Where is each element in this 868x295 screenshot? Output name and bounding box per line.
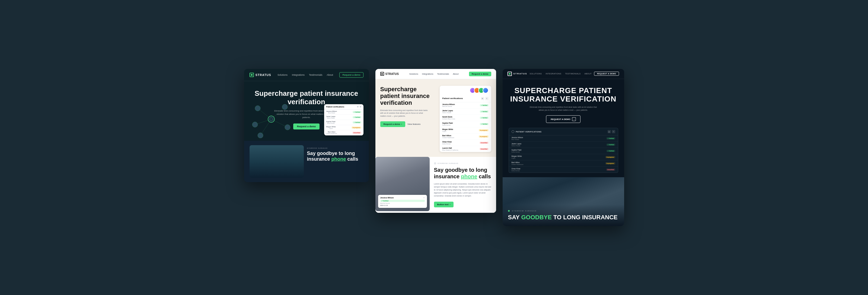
jessica-name: Jessica Wilson <box>380 197 394 199</box>
screen2-logo: STRATUS <box>380 72 399 76</box>
status-badge: In progress <box>606 162 615 165</box>
svg-point-11 <box>258 133 263 138</box>
screen2-secondary-cta[interactable]: View features <box>407 123 421 125</box>
eyebrow-dot <box>434 162 436 165</box>
section2-title: Say goodbye to long insurance phone call… <box>307 151 364 162</box>
card-icons <box>357 106 361 108</box>
section2-cta[interactable]: Button text › <box>434 202 454 207</box>
table-row: Megan WhiteCigna In progress <box>324 125 364 130</box>
table-row: Javier LopezSelect Health ✓ Verified <box>324 115 364 120</box>
status-badge: In progress <box>479 129 488 131</box>
svg-point-8 <box>282 104 287 110</box>
section2-title: SAY GOODBYE TO LONG INSURANCE <box>508 214 619 220</box>
arrow-icon: › <box>450 203 451 206</box>
screen1-nav-cta[interactable]: Request a demo <box>339 72 363 78</box>
section2-body: Lorem ipsum dolor sit amet consectetur. … <box>434 182 492 198</box>
screen3-hero-cta[interactable]: REQUEST A DEMO → <box>546 115 580 123</box>
screen3-card: STRATUS SOLUTIONS INTEGRATIONS TESTIMONI… <box>503 69 624 226</box>
section2-text: EYEBROW SUBHEAD Say goodbye to long insu… <box>307 145 364 178</box>
table-row: Omar KhanDelta Dental Unverified <box>509 167 618 173</box>
screen2-nav: STRATUS Solutions Integrations Testimoni… <box>375 69 496 79</box>
card-title: Patient verifications <box>326 106 344 108</box>
svg-point-7 <box>255 106 260 111</box>
screen2-hero: Supercharge patient insurance verificati… <box>375 79 496 157</box>
status-badge: In progress <box>351 126 361 129</box>
eyebrow-label: EYEBROW SUBHEAD <box>307 147 364 149</box>
screen1-nav-links: Solutions Integrations Testimonials Abou… <box>278 73 333 76</box>
screens-container: STRATUS Solutions Integrations Testimoni… <box>0 58 868 237</box>
screen1-card: STRATUS Solutions Integrations Testimoni… <box>244 69 369 182</box>
screen3-section2: EYEBROW SUBHEAD SAY GOODBYE TO LONG INSU… <box>503 177 624 226</box>
dark-table-title: PATIENT VERIFICATIONS <box>512 130 542 133</box>
table-row: Sophie PatelDelta Dental ✓ Verified <box>509 148 618 154</box>
table-row: Bart HiltonUnited Healthcare In progress <box>440 134 491 140</box>
status-badge: ✓ Verified <box>607 137 615 140</box>
svg-point-10 <box>285 124 290 130</box>
logo-icon-white <box>507 72 512 76</box>
section2-title: Say goodbye to long insurance phone call… <box>434 167 492 180</box>
screen2-hero-buttons: Request a demo › View features <box>380 121 436 127</box>
eyebrow-label: EYEBROW SUBHEAD <box>508 210 619 212</box>
status-badge: In progress <box>479 136 488 138</box>
status-badge: ✓ Verified <box>607 150 615 152</box>
screen3-hero: SUPERCHARGE PATIENT INSURANCE VERIFICATI… <box>503 79 624 128</box>
jessica-date: 2024-11-15 <box>380 205 425 206</box>
screen1-logo: STRATUS <box>250 73 271 77</box>
screen1-nav: STRATUS Solutions Integrations Testimoni… <box>244 69 369 81</box>
status-badge: ✓ Verified <box>480 111 488 113</box>
screen1-patient-card: Patient verifications Jessica WilsonBlue… <box>324 104 364 136</box>
status-badge: ✓ Verified <box>480 123 488 125</box>
logo-icon <box>250 73 254 77</box>
avatar <box>483 87 489 93</box>
table-row: Jessica WilsonMetLife Dental ✓ Verified <box>440 102 491 109</box>
status-badge: Unverified <box>352 131 361 134</box>
screen3-hero-title: SUPERCHARGE PATIENT INSURANCE VERIFICATI… <box>508 87 618 104</box>
screen1-section2: EYEBROW SUBHEAD Say goodbye to long insu… <box>244 141 369 182</box>
status-badge: ✓ Verified <box>480 117 488 119</box>
close-icon[interactable]: × <box>424 197 425 199</box>
screen3-hero-subtitle: Eliminate time-consuming and repetitive … <box>528 106 599 112</box>
table-row: Omar KhanDelta Dental Unverified <box>440 140 491 146</box>
screen2-card: STRATUS Solutions Integrations Testimoni… <box>375 69 496 213</box>
status-badge: ✓ Verified <box>480 104 488 107</box>
table-title: Patient verifications <box>442 97 463 99</box>
eyebrow-label: Eyebrow subhead <box>438 163 458 164</box>
screen1-network-viz <box>250 100 293 138</box>
sort-icon[interactable]: ≡ <box>612 130 615 133</box>
table-row: Bart HiltonUnited Healthcare In progress <box>509 160 618 167</box>
dark-table-header: PATIENT VERIFICATIONS ⊞ ≡ <box>509 128 618 136</box>
jessica-company: MetLife Dental <box>380 203 425 204</box>
filter-icon[interactable]: ⊞ <box>608 130 611 133</box>
title-highlight: phone <box>461 173 477 179</box>
status-badge: ✓ Verified <box>352 111 361 113</box>
screen2-hero-left: Supercharge patient insurance verificati… <box>380 86 436 127</box>
table-row: Jessica WilsonBlue Shield ✓ Verified <box>324 110 364 115</box>
section2-photo: EYEBROW SUBHEAD SAY GOODBYE TO LONG INSU… <box>503 177 624 226</box>
table-row: Megan WhiteCigna In progress <box>440 127 491 134</box>
gear-icon <box>512 130 514 133</box>
status-badge: Unverified <box>606 169 615 171</box>
arrow-icon: → <box>572 117 576 121</box>
logo-icon-dark <box>380 72 384 76</box>
screen1-hero: Supercharge patient insurance verificati… <box>244 81 369 141</box>
svg-point-5 <box>268 116 275 122</box>
screen3-nav-cta[interactable]: REQUEST A DEMO <box>594 72 619 76</box>
table-row: Sophie PatelDelta Dental ✓ Verified <box>440 121 491 127</box>
section2-image: Jessica Wilson × ✓ Verified MetLife Dent… <box>375 157 430 211</box>
svg-point-9 <box>252 122 258 127</box>
table-row: Bart HiltonUnited Healthcare Unverified <box>324 130 364 136</box>
screen3-patient-table: PATIENT VERIFICATIONS ⊞ ≡ Jessica Wilson… <box>508 128 618 173</box>
screen2-primary-cta[interactable]: Request a demo › <box>380 121 405 127</box>
table-controls: ⊞ ≡ <box>481 97 489 100</box>
table-row: Lauren HallBlue Shield of California Unv… <box>440 146 491 152</box>
status-badge: In progress <box>606 156 615 158</box>
filter-icon[interactable]: ⊞ <box>481 97 484 100</box>
screen2-section2: Jessica Wilson × ✓ Verified MetLife Dent… <box>375 157 496 213</box>
status-badge: Unverified <box>479 142 488 144</box>
table-header: Patient verifications ⊞ ≡ <box>440 95 491 102</box>
table-row: Sophie PatelDelta Dental ✓ Verified <box>324 120 364 125</box>
screen2-nav-cta[interactable]: Request a demo <box>469 72 491 76</box>
screen2-patient-table: Patient verifications ⊞ ≡ Jessica Wilson… <box>440 86 491 152</box>
screen1-hero-cta[interactable]: Request a demo <box>293 123 320 129</box>
sort-icon[interactable]: ≡ <box>485 97 489 100</box>
